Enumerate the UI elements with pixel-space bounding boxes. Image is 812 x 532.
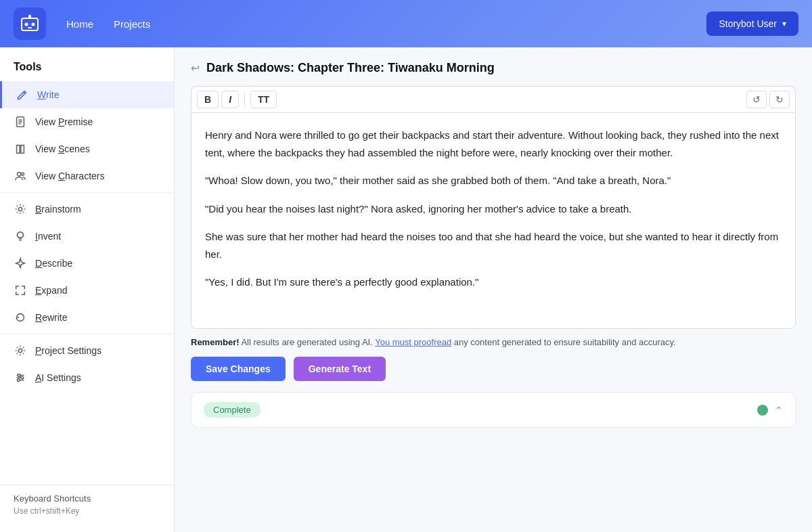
svg-point-12 (18, 207, 22, 210)
svg-point-10 (18, 173, 21, 176)
sliders-icon (14, 371, 27, 384)
sidebar-item-label: AI Settings (35, 372, 81, 383)
svg-point-20 (21, 376, 24, 379)
sidebar-item-brainstorm[interactable]: Brainstorm (0, 196, 174, 223)
logo (14, 7, 46, 40)
sidebar-divider-2 (0, 334, 174, 334)
redo-button[interactable]: ↻ (769, 91, 790, 108)
doc-icon (14, 115, 27, 129)
pencil-icon (16, 88, 29, 102)
sidebar-item-view-premise[interactable]: View Premise (0, 108, 174, 135)
editor-paragraph: She was sure that her mother had heard t… (205, 228, 782, 263)
back-icon[interactable]: ↩ (191, 62, 200, 74)
toolbar-separator (244, 91, 245, 108)
text-size-button[interactable]: TT (250, 91, 277, 108)
sidebar-item-write[interactable]: Write (0, 81, 174, 108)
sidebar-item-label: Rewrite (35, 312, 67, 323)
sidebar-item-rewrite[interactable]: Rewrite (0, 304, 174, 331)
svg-rect-3 (28, 27, 32, 28)
sidebar-item-label: Project Settings (35, 345, 102, 356)
settings-icon (14, 344, 27, 357)
sidebar-item-project-settings[interactable]: Project Settings (0, 337, 174, 364)
italic-button[interactable]: I (221, 91, 239, 108)
toolbar-right: ↺ ↻ (746, 91, 790, 108)
bulb-icon (14, 229, 27, 243)
svg-point-2 (32, 23, 35, 26)
bold-button[interactable]: B (197, 91, 219, 108)
expand-icon (14, 284, 27, 297)
complete-right: ⌃ (757, 405, 783, 416)
svg-point-5 (29, 15, 31, 17)
user-menu-button[interactable]: Storybot User ▾ (706, 12, 798, 36)
sidebar-item-label: View Characters (35, 171, 104, 181)
sidebar-item-label: Describe (35, 258, 72, 269)
book-icon (14, 142, 27, 156)
sidebar-item-view-characters[interactable]: View Characters (0, 162, 174, 190)
sidebar-item-ai-settings[interactable]: AI Settings (0, 364, 174, 391)
complete-badge: Complete (204, 402, 261, 418)
nav-home[interactable]: Home (66, 18, 93, 30)
editor-paragraph: "Yes, I did. But I'm sure there's a perf… (205, 273, 782, 291)
complete-card: Complete ⌃ (191, 392, 796, 428)
action-buttons: Save Changes Generate Text (191, 357, 796, 381)
sidebar-item-describe[interactable]: Describe (0, 250, 174, 277)
generate-text-button[interactable]: Generate Text (294, 357, 386, 381)
status-dot (757, 405, 768, 416)
people-icon (14, 169, 27, 183)
gear-icon (14, 202, 27, 216)
svg-point-15 (18, 349, 22, 352)
sidebar-item-label: Write (37, 89, 59, 100)
svg-point-19 (18, 374, 20, 377)
chevron-down-icon: ▾ (782, 19, 786, 28)
sidebar-item-label: View Scenes (35, 143, 90, 154)
svg-point-1 (25, 23, 28, 26)
proofread-link[interactable]: You must proofread (375, 337, 451, 347)
header: Home Projects Storybot User ▾ (0, 0, 812, 47)
keyboard-hint: Use ctrl+shift+Key (14, 506, 160, 516)
save-changes-button[interactable]: Save Changes (191, 357, 286, 381)
sidebar: Tools Write View Premise (0, 47, 175, 532)
keyboard-shortcuts-label[interactable]: Keyboard Shortcuts (14, 493, 160, 504)
app-layout: Tools Write View Premise (0, 47, 812, 532)
sidebar-item-view-scenes[interactable]: View Scenes (0, 135, 174, 162)
sidebar-item-label: Expand (35, 285, 68, 296)
chevron-up-icon[interactable]: ⌃ (775, 405, 783, 416)
editor-paragraph: Henry and Nora were thrilled to go get t… (205, 127, 782, 161)
editor-paragraph: "Did you hear the noises last night?" No… (205, 200, 782, 218)
undo-button[interactable]: ↺ (746, 91, 767, 108)
sidebar-item-label: View Premise (35, 116, 93, 127)
sidebar-item-expand[interactable]: Expand (0, 277, 174, 304)
main-content: ↩ Dark Shadows: Chapter Three: Tiwanaku … (175, 47, 812, 532)
reminder-bold: Remember! (191, 337, 240, 347)
nav-projects[interactable]: Projects (114, 18, 150, 30)
svg-rect-0 (22, 18, 38, 30)
reminder-bar: Remember! All results are generated usin… (191, 337, 796, 347)
keyboard-shortcuts-section: Keyboard Shortcuts Use ctrl+shift+Key (0, 485, 174, 524)
sidebar-item-label: Brainstorm (35, 204, 81, 215)
sparkle-icon (14, 257, 27, 270)
editor-toolbar: B I TT ↺ ↻ (191, 86, 796, 112)
svg-point-11 (22, 173, 24, 175)
editor-paragraph: "Whoa! Slow down, you two," their mother… (205, 172, 782, 190)
rewrite-icon (14, 311, 27, 324)
svg-point-21 (18, 379, 20, 382)
sidebar-section-label: Tools (0, 56, 174, 81)
sidebar-divider (0, 192, 174, 193)
sidebar-item-label: Invent (35, 231, 61, 242)
sidebar-item-invent[interactable]: Invent (0, 223, 174, 250)
doc-header: ↩ Dark Shadows: Chapter Three: Tiwanaku … (191, 61, 796, 75)
doc-title: Dark Shadows: Chapter Three: Tiwanaku Mo… (206, 61, 495, 75)
editor-area[interactable]: Henry and Nora were thrilled to go get t… (191, 112, 796, 329)
